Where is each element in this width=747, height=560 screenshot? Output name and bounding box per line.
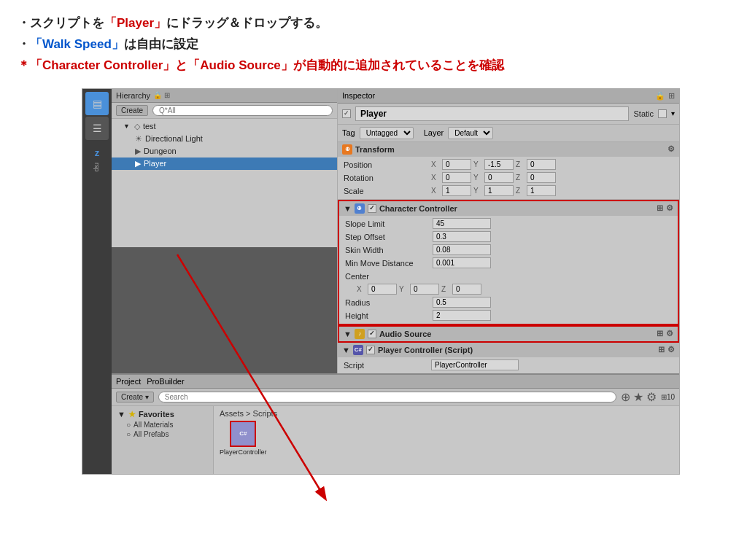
transform-gear-icon[interactable]: ⚙	[667, 144, 675, 154]
audio-gear-icon[interactable]: ⚙	[666, 329, 673, 338]
transform-props: Position X Y Z	[338, 157, 679, 199]
all-materials-item[interactable]: ○ All Materials	[112, 420, 213, 429]
scene-name: test	[143, 122, 156, 131]
player-controller-header[interactable]: ▼ C# Player Controller (Script) ⊞ ⚙	[338, 343, 679, 357]
step-offset-field[interactable]	[433, 231, 491, 242]
all-materials-label: All Materials	[133, 421, 173, 429]
project-create-btn[interactable]: Create ▾	[116, 392, 154, 402]
radius-field[interactable]	[433, 297, 491, 308]
red-arrow-svg	[112, 247, 337, 373]
center-x-field[interactable]	[368, 284, 397, 295]
layout-icon: ⊞	[164, 91, 170, 99]
all-prefabs-item[interactable]: ○ All Prefabs	[112, 429, 213, 439]
rotation-values: X Y Z	[431, 172, 673, 183]
object-enable-checkbox[interactable]	[342, 109, 351, 118]
hierarchy-create-btn[interactable]: Create	[116, 105, 148, 116]
pos-z-label: Z	[516, 160, 525, 168]
rot-z-field[interactable]	[527, 172, 556, 183]
center-label: Center	[345, 272, 433, 281]
center-values: X Y Z	[357, 284, 672, 295]
static-checkbox[interactable]	[658, 109, 667, 118]
breadcrumb: Assets > Scripts	[220, 409, 673, 418]
rot-x-label: X	[431, 174, 440, 182]
project-sidebar: ▼ ★ Favorites ○ All Materials ○ All Pref…	[112, 406, 214, 474]
line2-suffix: は自由に設定	[124, 37, 198, 51]
skin-width-field[interactable]	[433, 244, 491, 255]
slope-limit-field[interactable]	[433, 218, 491, 229]
center-y-label: Y	[399, 285, 408, 293]
audio-enable-checkbox[interactable]	[368, 330, 376, 338]
rot-x-field[interactable]	[442, 172, 471, 183]
pos-y-field[interactable]	[484, 159, 514, 170]
controller-icon: ⊕	[355, 203, 365, 214]
tag-select[interactable]: Untagged	[360, 127, 414, 139]
hierarchy-icons: 🔒 ⊞	[153, 91, 170, 99]
hierarchy-scene[interactable]: ▼ ◇ test	[112, 120, 337, 133]
project-content: ▼ ★ Favorites ○ All Materials ○ All Pref…	[112, 406, 679, 474]
center-values-row: X Y Z	[339, 283, 678, 296]
inspector-titlebar: Inspector 🔒 ⊞	[338, 89, 679, 104]
hierarchy-search[interactable]	[152, 105, 333, 116]
cc-layout-icon: ⊞	[657, 203, 663, 213]
scale-x-label: X	[431, 187, 440, 195]
object-name-field[interactable]	[355, 106, 629, 121]
all-materials-icon: ○	[126, 421, 131, 429]
static-dropdown-icon[interactable]: ▾	[671, 109, 675, 117]
project-titlebar: Project ProBuilder	[112, 375, 679, 389]
pos-x-field[interactable]	[442, 159, 471, 170]
character-controller-header[interactable]: ▼ ⊕ Character Controller ⊞ ⚙	[339, 201, 678, 216]
center-label-row: Center	[339, 270, 678, 283]
scale-y-field[interactable]	[484, 185, 514, 196]
cc-gear-icon[interactable]: ⚙	[666, 203, 673, 213]
all-prefabs-label: All Prefabs	[133, 430, 169, 438]
center-y-field[interactable]	[410, 284, 439, 295]
favorites-star-icon: ★	[128, 410, 136, 419]
min-move-distance-field[interactable]	[433, 257, 491, 268]
audio-source-section: ▼ ♪ Audio Source ⊞ ⚙	[338, 325, 679, 343]
player-controller-asset[interactable]: C# PlayerController	[220, 421, 267, 456]
hierarchy-title: Hierarchy	[116, 91, 150, 100]
center-z-field[interactable]	[452, 284, 481, 295]
audio-source-header[interactable]: ▼ ♪ Audio Source ⊞ ⚙	[339, 327, 678, 341]
center-x-label: X	[357, 285, 365, 293]
pc-gear-icon[interactable]: ⚙	[667, 345, 675, 354]
scale-values: X Y Z	[431, 185, 673, 196]
scale-x-field[interactable]	[442, 185, 471, 196]
rot-y-field[interactable]	[484, 172, 514, 183]
player-label: Player	[144, 159, 166, 168]
inspector-lock-icon: 🔒	[655, 91, 665, 101]
pc-layout-icon: ⊞	[658, 345, 665, 354]
hierarchy-item-directional-light[interactable]: ☀ Directional Light	[112, 133, 337, 145]
proj-icon-2: ★	[633, 390, 643, 404]
transform-header[interactable]: ⊕ Transform ⚙	[338, 142, 679, 157]
radius-label: Radius	[345, 298, 433, 307]
min-move-distance-row: Min Move Distance	[339, 257, 678, 270]
cc-enable-checkbox[interactable]	[368, 204, 376, 213]
height-field[interactable]	[433, 310, 491, 321]
player-controller-asset-label: PlayerController	[220, 448, 267, 456]
script-field[interactable]	[431, 359, 519, 370]
directional-light-label: Directional Light	[145, 134, 203, 143]
project-search-input[interactable]	[158, 392, 616, 402]
slope-limit-row: Slope Limit	[339, 217, 678, 230]
inspector-object-header: Static ▾	[338, 104, 679, 125]
scale-z-field[interactable]	[527, 185, 556, 196]
line1-highlight: 「Player」	[104, 16, 166, 30]
layer-select[interactable]: Default	[448, 127, 493, 139]
project-panel: Project ProBuilder Create ▾ ⊕ ★ ⚙ ⊞10	[112, 375, 679, 474]
pos-z-field[interactable]	[527, 159, 556, 170]
line2-highlight: 「Walk Speed」	[30, 37, 124, 51]
unity-icon-1[interactable]: ▤	[85, 92, 109, 115]
pc-arrow: ▼	[342, 346, 350, 354]
audio-layout-icon: ⊞	[657, 329, 663, 338]
hierarchy-item-dungeon[interactable]: ▶ Dungeon	[112, 145, 337, 158]
hierarchy-item-player[interactable]: ▶ Player	[112, 158, 337, 170]
probuilder-tab[interactable]: ProBuilder	[147, 377, 184, 386]
z-label: z	[95, 147, 100, 158]
scene-viewport	[112, 247, 337, 373]
unity-icon-2[interactable]: ☰	[85, 117, 109, 140]
character-controller-label: Character Controller	[379, 204, 457, 213]
pc-enable-checkbox[interactable]	[366, 346, 375, 354]
pos-x-label: X	[431, 160, 440, 168]
project-area: Project ProBuilder Create ▾ ⊕ ★ ⚙ ⊞10	[112, 373, 679, 474]
